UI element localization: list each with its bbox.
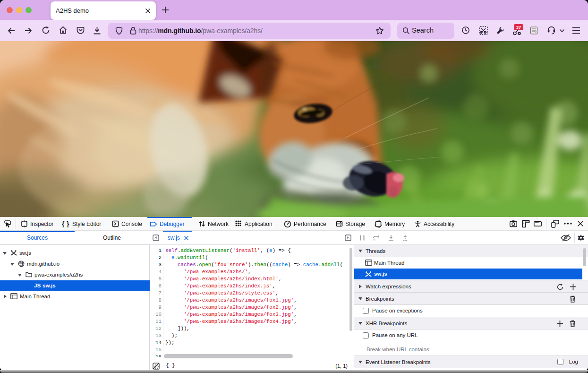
svg-text:{}: {} — [154, 364, 159, 369]
svg-text:}: } — [67, 221, 69, 227]
svg-text:{: { — [62, 221, 65, 227]
